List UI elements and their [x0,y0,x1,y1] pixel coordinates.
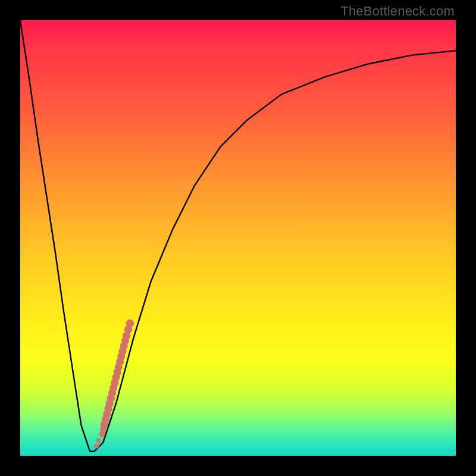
plot-area [20,20,456,456]
highlight-dot [94,444,99,449]
highlight-dot [126,320,134,328]
highlight-dot [96,438,101,443]
watermark-text: TheBottleneck.com [340,4,455,19]
bottleneck-curve [20,20,456,452]
chart-svg [20,20,456,456]
chart-frame: TheBottleneck.com [0,0,476,476]
highlight-dots-group [94,320,134,449]
